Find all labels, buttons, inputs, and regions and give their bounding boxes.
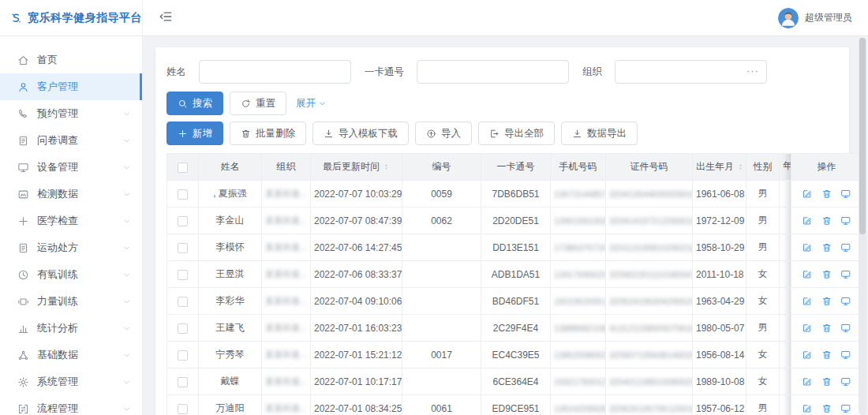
cell-actions bbox=[791, 261, 862, 288]
edit-icon[interactable] bbox=[802, 403, 813, 414]
col-updated[interactable]: 最后更新时间 bbox=[311, 154, 402, 181]
search-button[interactable]: 搜索 bbox=[166, 92, 223, 115]
cell-gender: 男 bbox=[746, 395, 780, 415]
scrollbar-thumb[interactable] bbox=[859, 38, 866, 234]
sidebar-item-medical-exam[interactable]: 医学检查 bbox=[0, 208, 142, 234]
edit-icon[interactable] bbox=[802, 269, 813, 280]
cell-name: 宁秀琴 bbox=[199, 342, 262, 368]
download-icon bbox=[324, 129, 334, 139]
redacted-org: 某某街道... bbox=[265, 215, 307, 225]
sidebar-item-devices[interactable]: 设备管理 bbox=[0, 154, 142, 181]
row-checkbox[interactable] bbox=[178, 270, 188, 280]
chevron-down-icon bbox=[318, 99, 327, 108]
add-button[interactable]: 新增 bbox=[166, 122, 223, 145]
delete-icon[interactable] bbox=[821, 189, 832, 200]
row-checkbox[interactable] bbox=[178, 189, 188, 200]
expand-link[interactable]: 展开 bbox=[296, 97, 327, 110]
row-checkbox[interactable] bbox=[178, 297, 188, 307]
reset-button[interactable]: 重置 bbox=[230, 92, 286, 115]
sidebar-item-label: 力量训练 bbox=[37, 294, 78, 308]
cell-gender: 女 bbox=[746, 342, 780, 368]
name-input[interactable] bbox=[199, 60, 351, 84]
delete-icon[interactable] bbox=[821, 215, 832, 226]
sort-icon[interactable] bbox=[383, 162, 390, 172]
row-checkbox[interactable] bbox=[178, 216, 188, 226]
screen-icon[interactable] bbox=[840, 403, 851, 414]
screen-icon[interactable] bbox=[840, 269, 851, 280]
brand-logo-icon bbox=[10, 9, 22, 28]
edit-icon[interactable] bbox=[802, 323, 813, 334]
cell-birth: 1956-08-14 bbox=[693, 342, 746, 368]
sidebar-item-exercise-rx[interactable]: 运动处方 bbox=[0, 234, 142, 261]
redacted-phone: 13852008002 bbox=[554, 350, 606, 360]
screen-icon[interactable] bbox=[840, 376, 851, 387]
cell-phone: 13901991002 bbox=[551, 208, 606, 234]
row-checkbox[interactable] bbox=[178, 323, 188, 334]
screen-icon[interactable] bbox=[840, 189, 851, 200]
edit-icon[interactable] bbox=[802, 242, 813, 253]
sidebar-item-label: 问卷调查 bbox=[37, 133, 78, 148]
org-input[interactable] bbox=[615, 60, 767, 84]
sidebar-item-label: 运动处方 bbox=[37, 241, 78, 255]
chevron-down-icon bbox=[122, 324, 131, 333]
edit-icon[interactable] bbox=[802, 376, 813, 387]
batch-delete-button[interactable]: 批量删除 bbox=[230, 122, 306, 145]
edit-icon[interactable] bbox=[802, 296, 813, 307]
cell-actions bbox=[791, 208, 862, 234]
cell-card: ADB1DA51 bbox=[481, 261, 551, 288]
user-menu[interactable]: 超级管理员 bbox=[778, 8, 852, 28]
export-all-button[interactable]: 导出全部 bbox=[478, 122, 555, 145]
card-input[interactable] bbox=[417, 60, 569, 84]
edit-icon[interactable] bbox=[802, 215, 813, 226]
cell-updated: 2022-07-01 15:21:12 bbox=[311, 342, 402, 368]
delete-icon[interactable] bbox=[821, 403, 832, 414]
sidebar-item-strength[interactable]: 力量训练 bbox=[0, 288, 142, 315]
screen-icon[interactable] bbox=[840, 296, 851, 307]
delete-icon[interactable] bbox=[821, 323, 832, 334]
sort-icon[interactable] bbox=[737, 162, 744, 172]
delete-icon[interactable] bbox=[821, 296, 832, 307]
delete-icon[interactable] bbox=[821, 269, 832, 280]
row-checkbox[interactable] bbox=[178, 377, 188, 387]
data-export-button[interactable]: 数据导出 bbox=[561, 122, 638, 145]
sidebar-item-home[interactable]: 首页 bbox=[0, 47, 142, 73]
sidebar-item-label: 基础数据 bbox=[37, 348, 78, 362]
chevron-down-icon bbox=[122, 163, 131, 172]
import-button[interactable]: 导入 bbox=[415, 122, 472, 145]
col-code: 编号 bbox=[402, 154, 481, 181]
sidebar-item-system[interactable]: 系统管理 bbox=[0, 368, 142, 395]
sidebar-item-appointments[interactable]: 预约管理 bbox=[0, 100, 142, 127]
sidebar-item-test-data[interactable]: 检测数据 bbox=[0, 181, 142, 208]
row-checkbox[interactable] bbox=[178, 404, 188, 414]
sidebar-item-workflow[interactable]: 流程管理 bbox=[0, 395, 142, 415]
delete-icon[interactable] bbox=[821, 350, 832, 361]
select-all-checkbox[interactable] bbox=[178, 163, 188, 173]
row-checkbox[interactable] bbox=[178, 243, 188, 253]
sidebar-item-statistics[interactable]: 统计分析 bbox=[0, 315, 142, 342]
sidebar-item-customers[interactable]: 客户管理 bbox=[0, 73, 142, 100]
table-row: 王昱淇 某某街道... 2022-07-06 08:33:37 ADB1DA51… bbox=[167, 261, 862, 288]
col-birth[interactable]: 出生年月 bbox=[693, 154, 746, 181]
row-checkbox[interactable] bbox=[178, 350, 188, 361]
edit-icon[interactable] bbox=[802, 350, 813, 361]
redacted-org: 某某街道... bbox=[265, 376, 307, 386]
delete-icon[interactable] bbox=[821, 242, 832, 253]
cell-code: 0059 bbox=[402, 181, 481, 208]
cell-updated: 2022-07-01 16:03:23 bbox=[311, 315, 402, 342]
delete-icon[interactable] bbox=[821, 376, 832, 387]
redacted-id: 320524196304290024 bbox=[609, 297, 693, 306]
sidebar-item-base-data[interactable]: 基础数据 bbox=[0, 342, 142, 368]
screen-icon[interactable] bbox=[840, 323, 851, 334]
cell-org: 某某街道... bbox=[262, 342, 311, 368]
template-download-button[interactable]: 导入模板下载 bbox=[312, 122, 409, 145]
col-phone: 手机号码 bbox=[551, 154, 606, 181]
edit-icon[interactable] bbox=[802, 189, 813, 200]
customer-table: 姓名 组织 最后更新时间 编号 一卡通号 手机号码 证件号 bbox=[166, 153, 838, 415]
screen-icon[interactable] bbox=[840, 215, 851, 226]
screen-icon[interactable] bbox=[840, 242, 851, 253]
sidebar-item-surveys[interactable]: 问卷调查 bbox=[0, 127, 142, 154]
screen-icon[interactable] bbox=[840, 350, 851, 361]
sidebar-collapse-button[interactable] bbox=[157, 9, 174, 27]
sidebar-item-aerobic[interactable]: 有氧训练 bbox=[0, 261, 142, 288]
redacted-id: 320902201110180047 bbox=[609, 270, 693, 279]
